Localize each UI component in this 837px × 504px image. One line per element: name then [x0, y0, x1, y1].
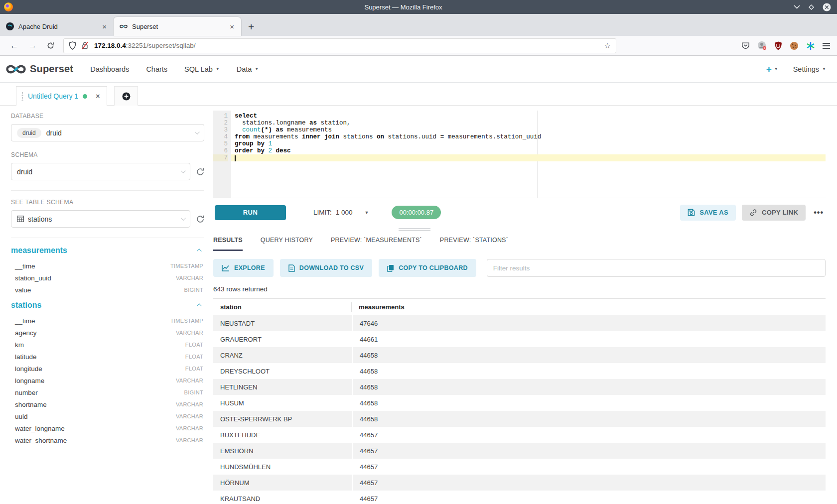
column-name: water_longname: [15, 425, 65, 432]
new-browser-tab-button[interactable]: +: [241, 21, 261, 36]
chevron-up-icon: [197, 249, 202, 253]
limit-dropdown[interactable]: LIMIT: 1 000 ▼: [313, 209, 369, 216]
url-bar[interactable]: 172.18.0.4:32251/superset/sqllab/ ☆: [63, 38, 616, 53]
column-name: number: [15, 389, 38, 396]
line-number: 1: [213, 113, 228, 120]
url-path: :32251/superset/sqllab/: [126, 42, 196, 49]
table-value: stations: [28, 215, 52, 223]
column-type: VARCHAR: [176, 425, 203, 431]
settings-menu[interactable]: Settings▼: [793, 65, 826, 73]
tab-query-history[interactable]: QUERY HISTORY: [261, 237, 313, 251]
code-line: select: [231, 113, 826, 120]
browser-toolbar: ← → 172.18.0.4:32251/superset/sqllab/ ☆: [0, 36, 837, 56]
table-section-name: stations: [11, 301, 41, 310]
divider: [11, 238, 204, 238]
column-type: VARCHAR: [176, 401, 203, 407]
line-number: 7: [213, 154, 228, 161]
cell-measurements: 44657: [353, 427, 826, 443]
table-section-header[interactable]: stations: [11, 301, 204, 310]
account-blocked-icon[interactable]: [757, 41, 767, 50]
minimize-icon[interactable]: [794, 5, 800, 9]
close-query-tab-icon[interactable]: ×: [96, 92, 100, 100]
close-tab-icon[interactable]: ×: [100, 22, 109, 31]
column-row: uuidVARCHAR: [11, 410, 204, 422]
schema-select[interactable]: druid: [11, 163, 190, 180]
url-host: 172.18.0.4: [94, 42, 126, 49]
nav-sql-lab[interactable]: SQL Lab▼: [184, 65, 220, 73]
druid-icon: [6, 22, 14, 30]
browser-tab-druid[interactable]: Apache Druid ×: [0, 17, 114, 36]
column-type: FLOAT: [185, 366, 203, 372]
editor-toolbar: RUN LIMIT: 1 000 ▼ 00:00:00.87 SAVE AS C…: [213, 198, 826, 227]
table-row: CRANZ44658: [213, 347, 826, 363]
filter-results-input[interactable]: [487, 259, 826, 277]
refresh-schema-icon[interactable]: [196, 168, 204, 176]
drag-handle-icon[interactable]: [399, 228, 430, 232]
column-header-station[interactable]: station: [213, 302, 352, 312]
download-csv-button[interactable]: DOWNLOAD TO CSV: [280, 259, 372, 277]
column-name: __time: [15, 262, 35, 270]
column-row: kmFLOAT: [11, 339, 204, 351]
ublock-icon[interactable]: [774, 41, 782, 50]
shield-icon[interactable]: [69, 41, 76, 50]
pocket-icon[interactable]: [741, 41, 750, 50]
cell-measurements: 44657: [353, 443, 826, 459]
table-select[interactable]: stations: [11, 210, 190, 228]
browser-tab-superset[interactable]: Superset ×: [114, 17, 241, 36]
caret-down-icon: ▼: [216, 67, 220, 71]
column-type: FLOAT: [185, 342, 203, 348]
superset-favicon-icon: [120, 22, 128, 30]
table-section-header[interactable]: measurements: [11, 246, 204, 255]
new-query-tab-button[interactable]: [114, 86, 138, 106]
nav-dashboards[interactable]: Dashboards: [90, 65, 129, 73]
tab-preview-stations[interactable]: PREVIEW: `STATIONS`: [440, 237, 508, 251]
maximize-icon[interactable]: [808, 4, 815, 10]
cookie-icon[interactable]: [790, 41, 799, 50]
bookmark-star-icon[interactable]: ☆: [604, 41, 611, 50]
column-row: latitudeFLOAT: [11, 351, 204, 363]
line-number: 6: [213, 147, 228, 154]
refresh-table-icon[interactable]: [196, 215, 204, 223]
save-as-button[interactable]: SAVE AS: [680, 205, 736, 221]
browser-tab-label: Apache Druid: [18, 23, 100, 30]
query-tab[interactable]: Untitled Query 1 ×: [16, 86, 107, 106]
sql-editor[interactable]: 1234567 select stations.longname as stat…: [213, 111, 826, 198]
column-name: __time: [15, 317, 35, 325]
column-row: __timeTIMESTAMP: [11, 260, 204, 272]
database-value: druid: [46, 129, 62, 137]
table-row: OSTE-SPERRWERK BP44658: [213, 411, 826, 427]
tab-preview-measurements[interactable]: PREVIEW: `MEASUREMENTS`: [331, 237, 422, 251]
close-window-icon[interactable]: [823, 3, 831, 11]
superset-logo[interactable]: Superset: [6, 63, 73, 75]
lock-insecure-icon[interactable]: [81, 41, 89, 50]
menu-icon[interactable]: [823, 41, 830, 50]
column-row: longnameVARCHAR: [11, 375, 204, 386]
brand-name: Superset: [30, 63, 73, 75]
copy-link-button[interactable]: COPY LINK: [742, 205, 806, 221]
drag-handle-icon[interactable]: [21, 92, 23, 101]
close-tab-icon[interactable]: ×: [228, 22, 236, 31]
editor-gutter: 1234567: [213, 111, 231, 198]
column-row: longitudeFLOAT: [11, 363, 204, 375]
new-item-button[interactable]: +▼: [766, 64, 778, 75]
cell-station: BUXTEHUDE: [213, 427, 352, 443]
database-select[interactable]: druid druid: [11, 124, 204, 141]
nav-charts[interactable]: Charts: [146, 65, 167, 73]
nav-data[interactable]: Data▼: [237, 65, 259, 73]
column-row: station_uuidVARCHAR: [11, 272, 204, 284]
line-number: 2: [213, 120, 228, 126]
extension-asterisk-icon[interactable]: [806, 41, 815, 50]
line-number: 3: [213, 126, 228, 133]
run-button[interactable]: RUN: [215, 205, 286, 220]
code-line: from measurements inner join stations on…: [231, 133, 826, 140]
editor-code[interactable]: select stations.longname as station, cou…: [231, 111, 826, 198]
back-icon[interactable]: ←: [5, 41, 23, 51]
pane-resizer[interactable]: [213, 227, 826, 233]
forward-icon[interactable]: →: [23, 41, 42, 51]
copy-clipboard-button[interactable]: COPY TO CLIPBOARD: [379, 259, 476, 277]
explore-button[interactable]: EXPLORE: [213, 259, 274, 277]
more-options-button[interactable]: •••: [812, 208, 826, 217]
tab-results[interactable]: RESULTS: [213, 237, 243, 251]
column-header-measurements[interactable]: measurements: [352, 303, 826, 311]
reload-icon[interactable]: [42, 42, 59, 49]
